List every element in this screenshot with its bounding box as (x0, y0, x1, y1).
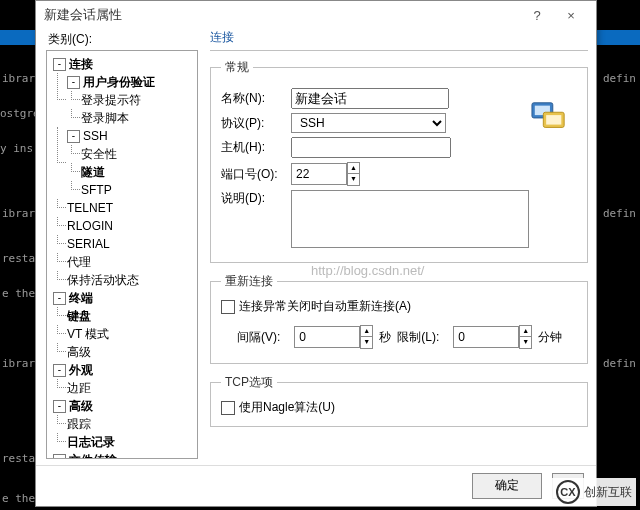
expand-icon[interactable]: - (53, 400, 66, 413)
spin-down-icon[interactable]: ▼ (348, 174, 359, 184)
group-general: 常规 名称(N): 协议(P): SSH 主机(H): 端口号(O): (210, 59, 588, 263)
desc-textarea[interactable] (291, 190, 529, 248)
dialog-titlebar: 新建会话属性 ? × (36, 1, 596, 29)
tree-sftp[interactable]: SFTP (81, 183, 112, 197)
tree-proxy[interactable]: 代理 (67, 255, 91, 269)
category-tree[interactable]: -连接 -用户身份验证 登录提示符 登录脚本 -SSH 安全性 (46, 50, 198, 459)
group-reconnect-legend: 重新连接 (221, 273, 277, 290)
spin-up-icon[interactable]: ▲ (520, 326, 531, 337)
minutes-label: 分钟 (538, 329, 562, 346)
tree-tunnel[interactable]: 隧道 (81, 165, 105, 179)
session-properties-dialog: 新建会话属性 ? × 类别(C): -连接 -用户身份验证 登录提示符 登录脚本 (35, 0, 597, 507)
name-input[interactable] (291, 88, 449, 109)
spin-up-icon[interactable]: ▲ (348, 163, 359, 174)
desc-label: 说明(D): (221, 190, 291, 207)
tree-keepalive[interactable]: 保持活动状态 (67, 273, 139, 287)
tree-login-script[interactable]: 登录脚本 (81, 111, 129, 125)
group-general-legend: 常规 (221, 59, 253, 76)
expand-icon[interactable]: - (67, 130, 80, 143)
tree-margin[interactable]: 边距 (67, 381, 91, 395)
interval-input[interactable] (294, 326, 360, 348)
brand-badge: CX 创新互联 (552, 478, 636, 506)
nagle-checkbox[interactable]: 使用Nagle算法(U) (221, 399, 577, 416)
dialog-buttons: 确定 (36, 465, 596, 506)
tree-terminal[interactable]: 终端 (69, 291, 93, 305)
tree-ssh[interactable]: SSH (83, 129, 108, 143)
dialog-title: 新建会话属性 (44, 6, 520, 24)
protocol-label: 协议(P): (221, 115, 291, 132)
group-reconnect: 重新连接 连接异常关闭时自动重新连接(A) 间隔(V): ▲▼ 秒 限制(L): (210, 273, 588, 364)
ok-button[interactable]: 确定 (472, 473, 542, 499)
close-button[interactable]: × (554, 8, 588, 23)
port-input[interactable] (291, 163, 347, 185)
group-tcp: TCP选项 使用Nagle算法(U) (210, 374, 588, 427)
group-tcp-legend: TCP选项 (221, 374, 277, 391)
svg-rect-3 (546, 115, 561, 124)
help-button[interactable]: ? (520, 8, 554, 23)
interval-spinner[interactable]: ▲▼ (294, 325, 373, 349)
limit-label: 限制(L): (397, 329, 439, 346)
interval-label: 间隔(V): (237, 329, 280, 346)
port-label: 端口号(O): (221, 166, 291, 183)
expand-icon[interactable]: - (53, 454, 66, 459)
checkbox-icon[interactable] (221, 401, 235, 415)
spin-down-icon[interactable]: ▼ (361, 337, 372, 347)
expand-icon[interactable]: - (53, 58, 66, 71)
tree-auth[interactable]: 用户身份验证 (83, 75, 155, 89)
tree-filetransfer[interactable]: 文件传输 (69, 453, 117, 459)
tree-appearance[interactable]: 外观 (69, 363, 93, 377)
spin-up-icon[interactable]: ▲ (361, 326, 372, 337)
spin-down-icon[interactable]: ▼ (520, 337, 531, 347)
protocol-select[interactable]: SSH (291, 113, 446, 133)
seconds-label: 秒 (379, 329, 391, 346)
tree-rlogin[interactable]: RLOGIN (67, 219, 113, 233)
reconnect-checkbox[interactable]: 连接异常关闭时自动重新连接(A) (221, 298, 577, 315)
tree-trace[interactable]: 跟踪 (67, 417, 91, 431)
brand-text: 创新互联 (584, 484, 632, 501)
tree-login-prompt[interactable]: 登录提示符 (81, 93, 141, 107)
panel-title: 连接 (210, 29, 588, 51)
tree-vt[interactable]: VT 模式 (67, 327, 109, 341)
expand-icon[interactable]: - (53, 364, 66, 377)
tree-security[interactable]: 安全性 (81, 147, 117, 161)
host-label: 主机(H): (221, 139, 291, 156)
tree-term-adv[interactable]: 高级 (67, 345, 91, 359)
expand-icon[interactable]: - (67, 76, 80, 89)
category-label: 类别(C): (48, 31, 198, 48)
checkbox-icon[interactable] (221, 300, 235, 314)
limit-input[interactable] (453, 326, 519, 348)
session-icon (530, 99, 568, 135)
port-spinner[interactable]: ▲▼ (291, 162, 360, 186)
host-input[interactable] (291, 137, 451, 158)
brand-icon: CX (556, 480, 580, 504)
tree-advanced[interactable]: 高级 (69, 399, 93, 413)
limit-spinner[interactable]: ▲▼ (453, 325, 532, 349)
nagle-label: 使用Nagle算法(U) (239, 399, 335, 416)
name-label: 名称(N): (221, 90, 291, 107)
tree-keyboard[interactable]: 键盘 (67, 309, 91, 323)
expand-icon[interactable]: - (53, 292, 66, 305)
tree-serial[interactable]: SERIAL (67, 237, 110, 251)
tree-log[interactable]: 日志记录 (67, 435, 115, 449)
reconnect-label: 连接异常关闭时自动重新连接(A) (239, 298, 411, 315)
tree-telnet[interactable]: TELNET (67, 201, 113, 215)
tree-connection[interactable]: 连接 (69, 57, 93, 71)
